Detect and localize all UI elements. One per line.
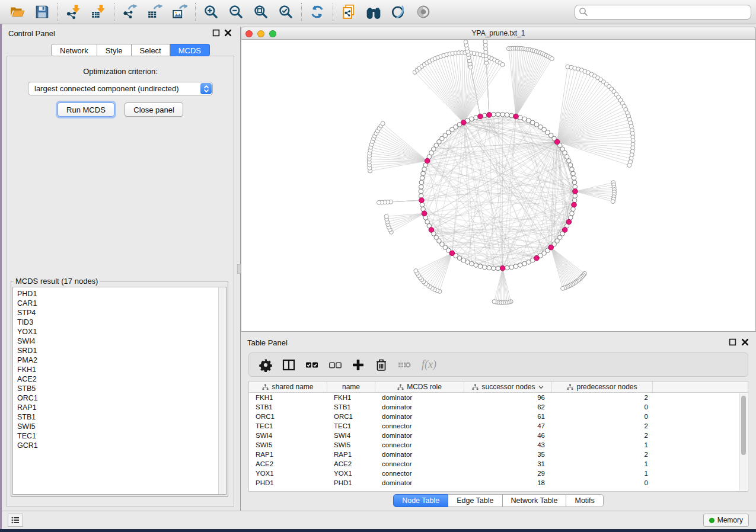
tab-style[interactable]: Style — [97, 44, 132, 56]
select-all-rows-button[interactable] — [305, 358, 319, 372]
table-cell: 35 — [464, 450, 552, 459]
table-cell: 1 — [552, 459, 653, 469]
mcds-result-item[interactable]: PMA2 — [17, 355, 218, 365]
close-table-panel-icon[interactable] — [741, 338, 749, 346]
mcds-result-item[interactable]: ORC1 — [17, 393, 218, 403]
add-row-button[interactable] — [351, 358, 365, 372]
export-image-button[interactable] — [171, 3, 189, 21]
mcds-result-item[interactable]: SWI4 — [17, 336, 218, 346]
tab-motifs[interactable]: Motifs — [566, 494, 603, 507]
toolbar-separator — [58, 3, 58, 21]
table-cell: connector — [375, 459, 464, 469]
mcds-result-item[interactable]: YOX1 — [17, 327, 218, 336]
tab-edge-table[interactable]: Edge Table — [448, 494, 502, 507]
table-row[interactable]: PHD1PHD1dominator180 — [249, 478, 748, 488]
open-file-button[interactable] — [8, 3, 26, 21]
show-graphics-details-button[interactable] — [414, 3, 432, 21]
mcds-result-item[interactable]: TEC1 — [17, 431, 218, 441]
search-input[interactable] — [575, 5, 751, 20]
table-cell: YOX1 — [249, 469, 327, 478]
table-row[interactable]: STB1STB1dominator620 — [249, 402, 748, 412]
tab-select[interactable]: Select — [132, 44, 170, 56]
tab-network-table[interactable]: Network Table — [503, 494, 567, 507]
column-header-predecessor-nodes[interactable]: predecessor nodes — [552, 382, 653, 392]
table-row[interactable]: SWI5SWI5connector431 — [249, 440, 748, 450]
delete-rows-button[interactable] — [374, 358, 388, 372]
mcds-result-item[interactable]: CAR1 — [17, 299, 218, 308]
status-bar: Memory — [0, 511, 756, 529]
run-mcds-button[interactable]: Run MCDS — [58, 102, 114, 117]
mcds-result-item[interactable]: PHD1 — [17, 289, 218, 299]
toolbar-separator — [195, 3, 196, 21]
search-box — [575, 5, 751, 20]
close-panel-icon[interactable] — [224, 29, 232, 37]
clone-network-button[interactable] — [340, 3, 358, 21]
table-row[interactable]: FKH1FKH1dominator962 — [249, 393, 748, 402]
window-zoom-traffic-light[interactable] — [269, 30, 276, 37]
import-network-from-file-icon — [66, 12, 81, 21]
table-toolbar: f(x) — [248, 352, 748, 377]
table-row[interactable]: ORC1ORC1dominator610 — [249, 412, 748, 421]
table-row[interactable]: YOX1YOX1connector291 — [249, 469, 748, 478]
table-row[interactable]: ACE2ACE2connector311 — [249, 459, 748, 469]
show-columns-button[interactable] — [282, 358, 296, 372]
list-icon — [9, 515, 21, 525]
mcds-result-item[interactable]: SWI5 — [17, 422, 218, 431]
mcds-list-scrollbar[interactable] — [218, 287, 226, 494]
mcds-result-item[interactable]: SRD1 — [17, 346, 218, 355]
mcds-result-item[interactable]: RAP1 — [17, 403, 218, 412]
table-row[interactable]: SWI4SWI4dominator462 — [249, 431, 748, 440]
memory-label: Memory — [717, 516, 743, 524]
mcds-result-item[interactable]: ACE2 — [17, 374, 218, 384]
float-panel-icon[interactable] — [212, 29, 220, 37]
zoom-in-button[interactable] — [202, 3, 220, 21]
export-network-button[interactable] — [121, 3, 139, 21]
window-minimize-traffic-light[interactable] — [257, 30, 264, 37]
mcds-result-item[interactable]: FKH1 — [17, 365, 218, 374]
tab-mcds[interactable]: MCDS — [170, 44, 210, 56]
table-cell: 18 — [464, 478, 552, 488]
column-header-MCDS-role[interactable]: MCDS role — [375, 382, 464, 392]
task-history-button[interactable] — [8, 514, 23, 527]
close-panel-button[interactable]: Close panel — [125, 102, 183, 117]
column-header-name[interactable]: name — [327, 382, 375, 392]
table-cell: STB1 — [249, 402, 327, 412]
zoom-fit-content-button[interactable] — [252, 3, 270, 21]
delete-columns-button[interactable] — [397, 358, 412, 372]
mcds-result-item[interactable]: STP4 — [17, 308, 218, 318]
toolbar-separator — [301, 3, 302, 21]
zoom-selected-region-button[interactable] — [277, 3, 295, 21]
column-header-shared-name[interactable]: shared name — [249, 382, 327, 392]
table-settings-button[interactable] — [259, 358, 273, 372]
chevron-down-icon — [538, 385, 544, 389]
network-canvas[interactable] — [241, 40, 756, 332]
tab-node-table[interactable]: Node Table — [393, 494, 448, 507]
search-network-button[interactable] — [365, 3, 382, 21]
optimization-criterion-select[interactable]: largest connected component (undirected) — [28, 82, 213, 95]
window-close-traffic-light[interactable] — [245, 30, 253, 37]
table-row[interactable]: RAP1RAP1dominator352 — [249, 450, 748, 459]
mcds-result-item[interactable]: TID3 — [17, 318, 218, 327]
table-cell: ORC1 — [327, 412, 375, 421]
first-neighbors-button[interactable] — [390, 3, 407, 21]
table-cell: 0 — [552, 412, 653, 421]
float-table-panel-icon[interactable] — [729, 338, 736, 346]
memory-button[interactable]: Memory — [703, 514, 749, 527]
toolbar-separator — [114, 3, 114, 21]
column-header-successor-nodes[interactable]: successor nodes — [464, 382, 552, 392]
mcds-result-item[interactable]: GCR1 — [17, 441, 218, 450]
mcds-result-item[interactable]: STB5 — [17, 384, 218, 393]
tab-network[interactable]: Network — [51, 44, 97, 56]
zoom-out-button[interactable] — [227, 3, 245, 21]
export-table-button[interactable] — [146, 3, 164, 21]
import-network-from-file-button[interactable] — [65, 3, 82, 21]
unselect-all-rows-button[interactable] — [328, 358, 342, 372]
save-session-button[interactable] — [33, 3, 51, 21]
refresh-button[interactable] — [308, 3, 326, 21]
mcds-result-item[interactable]: STB1 — [17, 412, 218, 422]
table-row[interactable]: TEC1TEC1connector472 — [249, 421, 748, 431]
table-cell: TEC1 — [327, 421, 375, 431]
table-scrollbar-thumb[interactable] — [741, 396, 746, 455]
mcds-result-list: PHD1CAR1STP4TID3YOX1SWI4SRD1PMA2FKH1ACE2… — [12, 287, 227, 495]
import-table-from-file-button[interactable] — [90, 3, 107, 21]
